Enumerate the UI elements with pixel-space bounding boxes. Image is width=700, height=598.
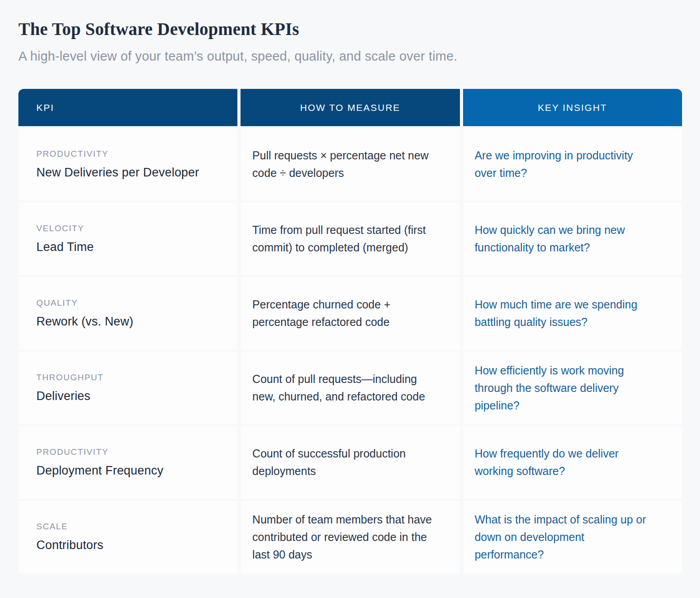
page-subtitle: A high-level view of your team’s output,… (18, 48, 682, 64)
measure-cell: Count of successful production deploymen… (241, 426, 459, 499)
kpi-category-label: SCALE (36, 522, 224, 532)
kpi-category-label: QUALITY (36, 298, 224, 308)
measure-cell: Number of team members that have contrib… (241, 501, 459, 573)
kpi-category-label: VELOCITY (36, 224, 224, 233)
kpi-cell: VELOCITY Lead Time (18, 202, 237, 275)
insight-cell: What is the impact of scaling up or down… (463, 501, 682, 573)
insight-cell: How much time are we spending battling q… (463, 277, 682, 350)
kpi-category-label: THROUGHPUT (36, 373, 224, 383)
kpi-name: Contributors (36, 538, 224, 552)
kpi-table: KPI HOW TO MEASURE KEY INSIGHT PRODUCTIV… (18, 89, 682, 573)
kpi-name: Deliveries (36, 389, 224, 403)
kpi-name: Rework (vs. New) (36, 315, 224, 329)
column-header-how-to-measure: HOW TO MEASURE (241, 89, 459, 126)
kpi-cell: THROUGHPUT Deliveries (18, 352, 237, 424)
kpi-name: New Deliveries per Developer (36, 166, 224, 180)
kpi-name: Lead Time (36, 240, 224, 254)
kpi-cell: PRODUCTIVITY New Deliveries per Develope… (18, 128, 237, 201)
column-header-kpi: KPI (18, 89, 237, 126)
kpi-cell: QUALITY Rework (vs. New) (18, 277, 237, 350)
kpi-category-label: PRODUCTIVITY (36, 447, 224, 457)
kpi-category-label: PRODUCTIVITY (36, 149, 224, 159)
kpi-name: Deployment Frequency (36, 464, 224, 478)
kpi-cell: SCALE Contributors (18, 501, 237, 573)
column-header-key-insight: KEY INSIGHT (463, 89, 682, 126)
page-title: The Top Software Development KPIs (18, 20, 682, 39)
insight-cell: How frequently do we deliver working sof… (463, 426, 682, 499)
measure-cell: Percentage churned code + percentage ref… (241, 277, 459, 350)
measure-cell: Count of pull requests—including new, ch… (241, 352, 459, 424)
insight-cell: Are we improving in productivity over ti… (463, 128, 682, 201)
measure-cell: Time from pull request started (first co… (241, 202, 459, 275)
insight-cell: How efficiently is work moving through t… (463, 352, 682, 424)
insight-cell: How quickly can we bring new functionali… (463, 202, 682, 275)
kpi-cell: PRODUCTIVITY Deployment Frequency (18, 426, 237, 499)
page: The Top Software Development KPIs A high… (0, 0, 700, 573)
measure-cell: Pull requests × percentage net new code … (241, 128, 459, 201)
